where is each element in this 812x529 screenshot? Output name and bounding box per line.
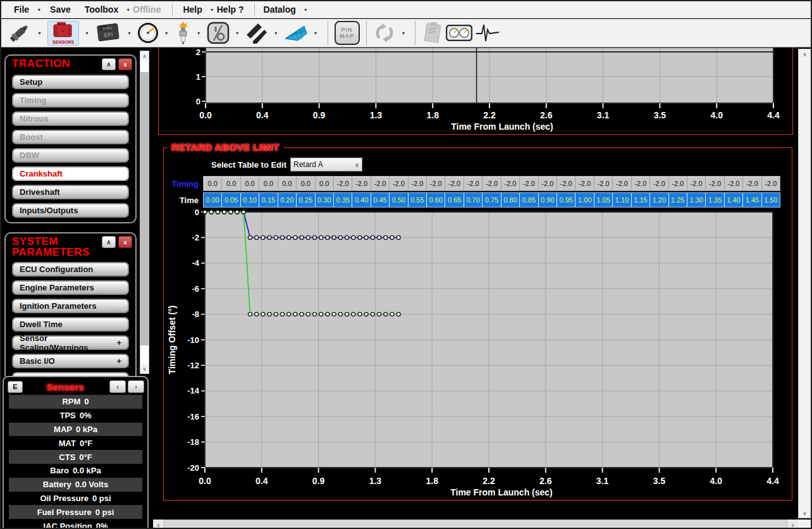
collapse-icon[interactable]: ∧ <box>102 58 116 70</box>
scroll-up-icon[interactable]: ∧ <box>140 51 149 61</box>
menu-item-file[interactable]: File▼ <box>14 4 41 15</box>
timing-cell[interactable]: -2.0 <box>762 177 780 190</box>
toolbar-caret-icon[interactable]: ▼ <box>235 31 240 35</box>
time-cell[interactable]: 0.70 <box>464 193 483 207</box>
time-cell[interactable]: 0.25 <box>297 193 315 207</box>
system-button-ignition-parameters[interactable]: Ignition Parameters <box>12 299 129 313</box>
traction-button-driveshaft[interactable]: Driveshaft <box>12 185 129 199</box>
time-cell[interactable]: 0.40 <box>352 193 371 207</box>
timing-cell[interactable]: -2.0 <box>483 177 501 190</box>
system-button-sensor-scaling-warnings[interactable]: Sensor Scaling/Warnings+ <box>12 335 129 350</box>
timing-cell[interactable]: -2.0 <box>725 177 743 190</box>
injector-icon[interactable] <box>8 21 32 45</box>
time-cell[interactable]: 1.40 <box>725 193 743 207</box>
timing-cell[interactable]: -2.0 <box>427 177 445 190</box>
traction-button-setup[interactable]: Setup <box>12 75 129 89</box>
time-cell[interactable]: 1.50 <box>762 193 780 207</box>
waveform-icon[interactable] <box>475 23 500 43</box>
time-cell[interactable]: 1.30 <box>687 193 706 207</box>
horizontal-scroll-thumb[interactable] <box>164 520 787 529</box>
timing-cell[interactable]: -2.0 <box>613 177 631 190</box>
belt-icon[interactable] <box>245 22 268 44</box>
timing-cell[interactable]: 0.0 <box>204 177 222 190</box>
menu-item-datalog[interactable]: Datalog▼ <box>264 4 308 15</box>
timing-cell[interactable]: -2.0 <box>706 177 724 190</box>
time-cell[interactable]: 1.45 <box>743 193 761 207</box>
traction-button-nitrous[interactable]: Nitrous <box>12 111 129 126</box>
close-icon[interactable]: x <box>118 236 132 248</box>
timing-cell[interactable]: 0.0 <box>259 177 278 190</box>
toolbar-caret-icon[interactable]: ▼ <box>85 31 89 35</box>
time-cell[interactable]: 0.30 <box>316 193 334 207</box>
time-cell[interactable]: 0.90 <box>539 193 557 207</box>
scroll-up-icon[interactable]: ∧ <box>799 49 811 59</box>
timing-cell[interactable]: -2.0 <box>594 177 613 190</box>
scroll-right-icon[interactable]: › <box>787 520 798 529</box>
time-cell[interactable]: 0.65 <box>445 193 464 207</box>
toolbar-caret-icon[interactable]: ▼ <box>37 31 42 35</box>
toolbar-caret-icon[interactable]: ▼ <box>127 31 132 35</box>
timing-cell[interactable]: 0.0 <box>278 177 297 190</box>
timing-cell[interactable]: -2.0 <box>650 177 668 190</box>
sidebar-scrollbar[interactable]: ∧ ∨ <box>140 51 149 374</box>
time-cell[interactable]: 0.50 <box>390 193 408 207</box>
timing-cell[interactable]: -2.0 <box>669 177 687 190</box>
time-cell[interactable]: 0.15 <box>259 193 278 207</box>
time-cell[interactable]: 0.35 <box>334 193 352 207</box>
timing-cell[interactable]: 0.0 <box>297 177 315 190</box>
sparkplug-icon[interactable] <box>175 22 191 44</box>
time-cell[interactable]: 1.00 <box>575 193 594 207</box>
gauges-icon[interactable] <box>446 25 472 41</box>
system-button-basic-i-o[interactable]: Basic I/O+ <box>12 354 129 368</box>
sensors-edit-button[interactable]: E <box>8 381 23 393</box>
time-cell[interactable]: 1.05 <box>594 193 613 207</box>
time-cell[interactable]: 0.05 <box>222 193 240 207</box>
system-button-dwell-time[interactable]: Dwell Time <box>12 317 129 332</box>
timing-cell[interactable]: -2.0 <box>390 177 408 190</box>
close-icon[interactable]: x <box>118 58 132 70</box>
timing-cell[interactable]: 0.0 <box>222 177 240 190</box>
timing-cell[interactable]: -2.0 <box>632 177 650 190</box>
efi-icon[interactable]: HolleyEFI <box>95 22 121 44</box>
system-button-engine-parameters[interactable]: Engine Parameters <box>12 280 129 295</box>
timing-cell[interactable]: -2.0 <box>334 177 352 190</box>
time-cell[interactable]: 0.45 <box>371 193 390 207</box>
timing-cell[interactable]: -2.0 <box>409 177 427 190</box>
system-button-ecu-configuration[interactable]: ECU Configuration <box>12 262 129 277</box>
vertical-scrollbar[interactable]: ∧ ∨ <box>798 49 811 518</box>
scroll-left-icon[interactable]: ‹ <box>153 520 164 529</box>
time-cell[interactable]: 1.25 <box>669 193 687 207</box>
toolbar-caret-icon[interactable]: ▼ <box>314 31 318 35</box>
timing-cell[interactable]: -2.0 <box>743 177 761 190</box>
top-chart[interactable]: 2100.00.40.91.31.82.22.63.13.54.04.4Time… <box>159 47 792 134</box>
timing-cell[interactable]: -2.0 <box>520 177 538 190</box>
time-cell[interactable]: 0.95 <box>557 193 575 207</box>
timing-cell[interactable]: 0.0 <box>241 177 259 190</box>
time-cell[interactable]: 0.20 <box>278 193 297 207</box>
io-icon[interactable] <box>207 22 230 44</box>
sensors-next-button[interactable]: › <box>128 380 144 393</box>
time-cell[interactable]: 1.15 <box>632 193 650 207</box>
time-cell[interactable]: 0.60 <box>427 193 445 207</box>
gauge-icon[interactable] <box>137 22 159 44</box>
timing-cell[interactable]: -2.0 <box>445 177 464 190</box>
time-cell[interactable]: 0.55 <box>409 193 427 207</box>
traction-button-timing[interactable]: Timing <box>12 93 129 108</box>
toolbar-caret-icon[interactable]: ▼ <box>197 31 201 35</box>
traction-button-dbw[interactable]: DBW <box>12 148 129 163</box>
time-cell[interactable]: 0.00 <box>204 193 222 207</box>
time-cell[interactable]: 0.10 <box>241 193 259 207</box>
timing-cell[interactable]: 0.0 <box>316 177 334 190</box>
timing-cell[interactable]: -2.0 <box>501 177 520 190</box>
sidebar-scroll-thumb[interactable] <box>140 72 149 345</box>
time-cell[interactable]: 0.80 <box>501 193 520 207</box>
timing-cell[interactable]: -2.0 <box>352 177 371 190</box>
toolbar-caret-icon[interactable]: ▼ <box>402 31 406 35</box>
menu-item-help[interactable]: Help▼ <box>183 4 214 15</box>
clipboard-icon[interactable] <box>422 22 443 44</box>
table-select-dropdown[interactable]: Retard A ∨ <box>290 158 362 171</box>
time-cell[interactable]: 1.35 <box>706 193 724 207</box>
timing-cell[interactable]: -2.0 <box>371 177 390 190</box>
timing-cell[interactable]: -2.0 <box>539 177 557 190</box>
collapse-icon[interactable]: ∧ <box>102 236 116 248</box>
